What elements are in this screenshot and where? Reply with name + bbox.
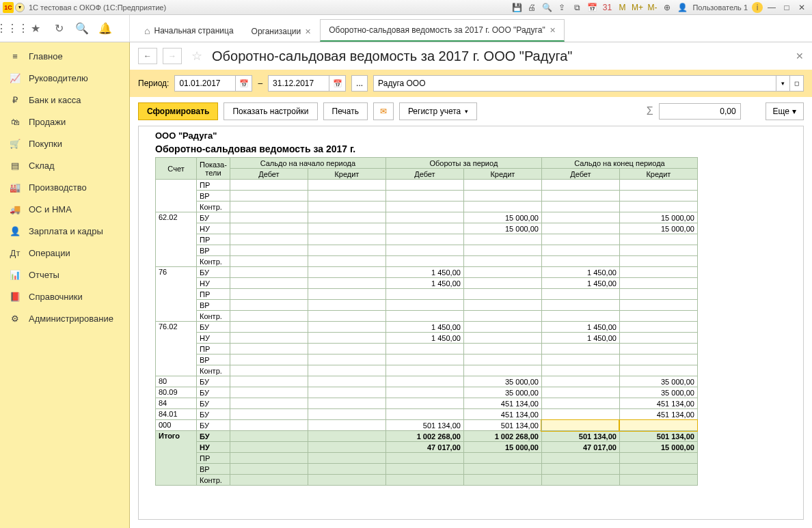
sidebar-item-label: Руководителю bbox=[29, 73, 88, 83]
sidebar-item-1[interactable]: 📈Руководителю bbox=[0, 67, 129, 89]
sidebar-item-10[interactable]: 📊Отчеты bbox=[0, 264, 129, 286]
table-row[interactable]: 000БУ501 134,00501 134,00 bbox=[156, 420, 698, 431]
forward-button[interactable]: → bbox=[163, 48, 182, 64]
sidebar-item-4[interactable]: 🛒Покупки bbox=[0, 133, 129, 154]
table-row[interactable]: ВР bbox=[156, 355, 698, 365]
export-icon[interactable]: ⇪ bbox=[556, 1, 568, 14]
table-row[interactable]: Контр. bbox=[156, 256, 698, 267]
table-row[interactable]: НУ1 450,001 450,00 bbox=[156, 333, 698, 344]
sum-field[interactable] bbox=[659, 103, 741, 120]
history-icon[interactable]: ↻ bbox=[52, 22, 66, 36]
date-icon[interactable]: 31 bbox=[601, 1, 613, 14]
org-input[interactable] bbox=[373, 75, 776, 92]
sigma-icon: Σ bbox=[647, 105, 653, 117]
compare-icon[interactable]: ⧉ bbox=[571, 1, 583, 14]
table-row[interactable]: ВР bbox=[156, 300, 698, 311]
save-icon[interactable]: 💾 bbox=[511, 1, 523, 14]
sidebar-icon: 📊 bbox=[10, 269, 21, 280]
report-table[interactable]: СчетПоказа- телиСальдо на начало периода… bbox=[155, 157, 698, 486]
table-row[interactable]: НУ15 000,0015 000,00 bbox=[156, 223, 698, 234]
table-row[interactable]: ПР bbox=[156, 344, 698, 355]
table-row[interactable]: 76БУ1 450,001 450,00 bbox=[156, 267, 698, 278]
date-to-input[interactable] bbox=[268, 75, 329, 92]
table-row[interactable]: ВР bbox=[156, 245, 698, 256]
sidebar-item-6[interactable]: 🏭Производство bbox=[0, 176, 129, 198]
register-button[interactable]: Регистр учета▾ bbox=[399, 102, 477, 120]
m-icon[interactable]: M bbox=[616, 1, 628, 14]
user-icon: 👤 bbox=[676, 1, 688, 14]
table-row[interactable]: 80БУ35 000,0035 000,00 bbox=[156, 376, 698, 387]
close-window-icon[interactable]: ✕ bbox=[796, 1, 808, 14]
zoom-icon[interactable]: ⊕ bbox=[661, 1, 673, 14]
notifications-icon[interactable]: 🔔 bbox=[98, 22, 112, 36]
total-row: ИтогоБУ1 002 268,001 002 268,00501 134,0… bbox=[156, 431, 698, 442]
preview-icon[interactable]: 🔍 bbox=[541, 1, 553, 14]
info-icon[interactable]: i bbox=[752, 2, 763, 13]
sidebar-icon: ▤ bbox=[10, 160, 21, 171]
table-row[interactable]: 62.02БУ15 000,0015 000,00 bbox=[156, 212, 698, 223]
report-title: Оборотно-сальдовая ведомость за 2017 г. bbox=[155, 142, 800, 157]
apps-icon[interactable]: ⋮⋮⋮ bbox=[5, 22, 19, 36]
sidebar-item-7[interactable]: 🚚ОС и НМА bbox=[0, 198, 129, 220]
sidebar-item-label: Операции bbox=[29, 248, 70, 258]
tab-organizations[interactable]: Организации✕ bbox=[243, 20, 321, 42]
favorite-icon[interactable]: ★ bbox=[29, 22, 42, 36]
close-icon[interactable]: ✕ bbox=[550, 26, 556, 35]
sidebar-item-8[interactable]: 👤Зарплата и кадры bbox=[0, 220, 129, 242]
maximize-icon[interactable]: □ bbox=[781, 1, 793, 14]
table-row[interactable]: 84БУ451 134,00451 134,00 bbox=[156, 398, 698, 409]
sidebar-item-5[interactable]: ▤Склад bbox=[0, 154, 129, 176]
sidebar-item-11[interactable]: 📕Справочники bbox=[0, 286, 129, 307]
form-button[interactable]: Сформировать bbox=[138, 102, 218, 120]
minimize-icon[interactable]: — bbox=[766, 1, 778, 14]
sidebar-icon: 🛍 bbox=[10, 116, 21, 127]
table-row[interactable]: Контр. bbox=[156, 365, 698, 376]
table-row[interactable]: ПР bbox=[156, 180, 698, 191]
mail-icon[interactable]: ✉ bbox=[373, 102, 394, 120]
app-menu-dropdown[interactable]: ▾ bbox=[15, 3, 25, 12]
sidebar-item-12[interactable]: ⚙Администрирование bbox=[0, 307, 129, 329]
table-row[interactable]: ВР bbox=[156, 191, 698, 202]
sidebar-icon: 🛒 bbox=[10, 138, 21, 149]
period-select-button[interactable]: ... bbox=[351, 75, 368, 92]
total-row: ПР bbox=[156, 453, 698, 464]
table-row[interactable]: Контр. bbox=[156, 311, 698, 322]
close-page-icon[interactable]: ✕ bbox=[796, 51, 804, 61]
sidebar-item-2[interactable]: ₽Банк и касса bbox=[0, 89, 129, 111]
sidebar-icon: 🏭 bbox=[10, 182, 21, 193]
table-row[interactable]: 84.01БУ451 134,00451 134,00 bbox=[156, 409, 698, 420]
sidebar-icon: 🚚 bbox=[10, 204, 21, 214]
table-row[interactable]: ПР bbox=[156, 289, 698, 300]
sidebar-item-3[interactable]: 🛍Продажи bbox=[0, 111, 129, 133]
m-plus-icon[interactable]: M+ bbox=[631, 1, 643, 14]
sidebar-icon: 📈 bbox=[10, 72, 21, 83]
table-row[interactable]: ПР bbox=[156, 234, 698, 245]
print-icon[interactable]: 🖨 bbox=[526, 1, 538, 14]
sidebar-item-9[interactable]: ДтОперации bbox=[0, 242, 129, 264]
chevron-down-icon: ▾ bbox=[792, 107, 796, 116]
back-button[interactable]: ← bbox=[138, 48, 157, 64]
sidebar-icon: ⚙ bbox=[10, 313, 21, 324]
sidebar-item-label: Главное bbox=[29, 51, 63, 61]
table-row[interactable]: Контр. bbox=[156, 202, 698, 212]
print-button[interactable]: Печать bbox=[323, 102, 368, 120]
show-settings-button[interactable]: Показать настройки bbox=[224, 102, 317, 120]
table-row[interactable]: 80.09БУ35 000,0035 000,00 bbox=[156, 387, 698, 398]
calendar-from-icon[interactable]: 📅 bbox=[236, 75, 252, 92]
tab-report[interactable]: Оборотно-сальдовая ведомость за 2017 г. … bbox=[320, 19, 564, 42]
calendar-icon[interactable]: 📅 bbox=[586, 1, 598, 14]
tab-home[interactable]: ⌂Начальная страница bbox=[135, 19, 243, 42]
calendar-to-icon[interactable]: 📅 bbox=[329, 75, 346, 92]
sidebar-item-0[interactable]: ≡Главное bbox=[0, 45, 129, 67]
m-minus-icon[interactable]: M- bbox=[646, 1, 658, 14]
date-from-input[interactable] bbox=[174, 75, 236, 92]
close-icon[interactable]: ✕ bbox=[305, 27, 311, 36]
search-icon[interactable]: 🔍 bbox=[75, 22, 89, 36]
user-name[interactable]: Пользователь 1 bbox=[692, 3, 748, 12]
table-row[interactable]: 76.02БУ1 450,001 450,00 bbox=[156, 322, 698, 333]
table-row[interactable]: НУ1 450,001 450,00 bbox=[156, 278, 698, 289]
org-dropdown-icon[interactable]: ▾ bbox=[776, 75, 790, 92]
more-button[interactable]: Еще▾ bbox=[766, 102, 804, 120]
org-open-icon[interactable]: ◻ bbox=[790, 75, 804, 92]
star-icon[interactable]: ☆ bbox=[191, 48, 202, 64]
